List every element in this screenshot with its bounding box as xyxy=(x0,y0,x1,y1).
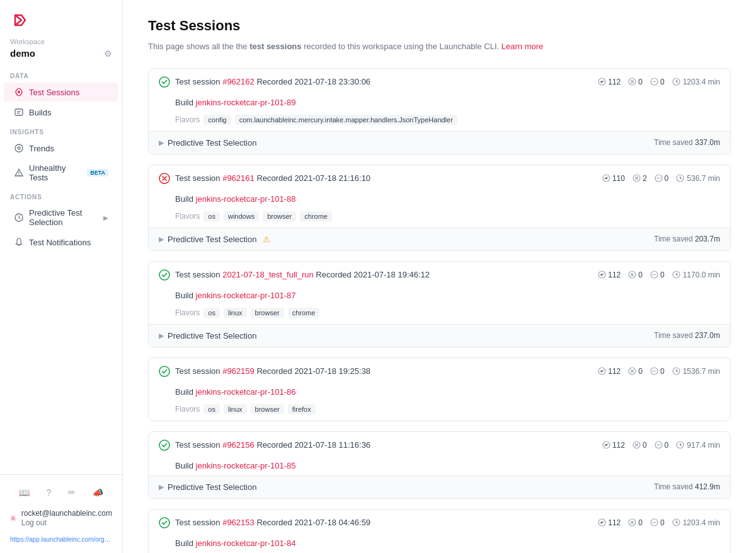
session-card: Test session #962161 Recorded 2021-07-18… xyxy=(148,165,731,251)
page-description: This page shows all the the test session… xyxy=(148,40,731,53)
learn-more-link[interactable]: Learn more xyxy=(501,42,543,51)
sessions-list: Test session #962162 Recorded 2021-07-18… xyxy=(148,68,731,554)
flavor-tag: chrome xyxy=(288,308,320,318)
session-right: 110 2 0 536.7 min xyxy=(602,174,720,183)
circle-check-icon xyxy=(602,174,610,182)
svg-point-8 xyxy=(18,175,19,175)
session-left: Test session #962161 Recorded 2021-07-18… xyxy=(159,173,602,184)
skipped-count: 0 xyxy=(665,174,669,183)
skipped-stat: 0 xyxy=(655,441,669,450)
predictive-label: Predictive Test Selection xyxy=(168,138,256,148)
help-icon-button[interactable]: ? xyxy=(44,485,54,500)
failed-count: 0 xyxy=(638,78,643,86)
total-count: 112 xyxy=(612,441,625,450)
session-text: Test session #962153 Recorded 2021-07-18… xyxy=(175,518,370,527)
build-link[interactable]: jenkins-rocketcar-pr-101-88 xyxy=(196,194,296,204)
session-id-link[interactable]: #962156 xyxy=(222,440,255,450)
predictive-test-selection-row[interactable]: ▶ Predictive Test Selection Time saved 4… xyxy=(149,475,730,498)
workspace-name-text: demo xyxy=(10,48,35,59)
circle-check-icon xyxy=(598,518,606,527)
edit-icon-button[interactable]: ✏ xyxy=(66,485,78,500)
time-saved: Time saved 237.0m xyxy=(654,331,720,340)
predictive-test-selection-row[interactable]: ▶ Predictive Test Selection Time saved 2… xyxy=(149,324,730,347)
svg-point-6 xyxy=(18,147,20,149)
build-link[interactable]: jenkins-rocketcar-pr-101-85 xyxy=(196,461,296,470)
session-id-link[interactable]: #962161 xyxy=(222,173,255,183)
time-stat: 1203.4 min xyxy=(672,78,720,86)
build-link[interactable]: jenkins-rocketcar-pr-101-89 xyxy=(196,98,296,107)
circle-check-icon xyxy=(598,367,606,375)
recorded-text: Recorded 2021-07-18 19:25:38 xyxy=(256,366,370,376)
failed-stat: 0 xyxy=(633,441,647,450)
session-header: Test session #962159 Recorded 2021-07-18… xyxy=(149,358,730,385)
flavor-tag: linux xyxy=(224,404,247,414)
session-id-link[interactable]: #962153 xyxy=(222,518,255,527)
circle-minus-icon xyxy=(650,367,658,375)
predictive-test-selection-row[interactable]: ▶ Predictive Test Selection ⚠ Time saved… xyxy=(149,228,730,250)
flavor-tag: browser xyxy=(263,211,296,221)
circle-check-icon xyxy=(598,78,606,86)
beta-badge: BETA xyxy=(87,169,108,177)
success-icon xyxy=(159,517,170,528)
session-right: 112 0 0 1203.4 min xyxy=(598,78,720,86)
session-id-link[interactable]: #962159 xyxy=(222,366,255,376)
data-section-label: DATA xyxy=(0,66,122,82)
sidebar-item-predictive-test-selection[interactable]: Predictive Test Selection ▶ xyxy=(4,204,118,231)
build-link[interactable]: jenkins-rocketcar-pr-101-86 xyxy=(196,387,296,397)
sidebar-item-unhealthy-tests[interactable]: Unhealthy Tests BETA xyxy=(4,159,118,187)
session-build-row: Build jenkins-rocketcar-pr-101-84 xyxy=(149,536,730,553)
time-saved-label: Time saved xyxy=(654,331,695,340)
time-stat: 917.4 min xyxy=(676,441,720,450)
app-logo xyxy=(10,10,30,30)
sidebar-item-builds[interactable]: Builds xyxy=(4,103,118,122)
time-saved-label: Time saved xyxy=(654,138,695,147)
session-id-link[interactable]: #962162 xyxy=(222,77,255,86)
svg-rect-10 xyxy=(10,515,16,521)
total-stat: 112 xyxy=(598,367,621,376)
session-left: Test session 2021-07-18_test_full_run Re… xyxy=(159,269,598,281)
warning-icon: ⚠ xyxy=(263,235,270,244)
megaphone-icon-button[interactable]: 📣 xyxy=(90,485,106,500)
sidebar-item-test-notifications[interactable]: Test Notifications xyxy=(4,233,118,252)
build-link[interactable]: jenkins-rocketcar-pr-101-84 xyxy=(196,538,296,548)
flavors-row: Flavors oswindowsbrowserchrome xyxy=(149,209,730,228)
builds-icon xyxy=(14,107,24,117)
failed-stat: 0 xyxy=(628,367,643,376)
predictive-test-selection-row[interactable]: ▶ Predictive Test Selection Time saved 3… xyxy=(149,131,730,154)
session-build-row: Build jenkins-rocketcar-pr-101-85 xyxy=(149,458,730,475)
flavors-label: Flavors xyxy=(175,212,200,221)
session-card: Test session 2021-07-18_test_full_run Re… xyxy=(148,261,731,347)
total-stat: 112 xyxy=(598,518,621,527)
sidebar-item-trends[interactable]: Trends xyxy=(4,139,118,158)
logout-link[interactable]: Log out xyxy=(21,518,47,527)
insights-section-label: INSIGHTS xyxy=(0,122,122,138)
settings-button[interactable]: ⚙ xyxy=(104,49,112,59)
page-title: Test Sessions xyxy=(148,18,731,34)
total-stat: 112 xyxy=(598,271,621,279)
clock-icon xyxy=(14,212,24,223)
session-text: Test session #962156 Recorded 2021-07-18… xyxy=(175,440,370,450)
session-left: Test session #962153 Recorded 2021-07-18… xyxy=(159,517,598,528)
circle-x-icon xyxy=(628,78,636,86)
session-header: Test session #962162 Recorded 2021-07-18… xyxy=(149,69,730,95)
book-icon-button[interactable]: 📖 xyxy=(16,485,32,500)
session-id-link[interactable]: 2021-07-18_test_full_run xyxy=(222,270,314,279)
predictive-left: ▶ Predictive Test Selection ⚠ xyxy=(159,235,270,244)
sidebar-item-test-sessions[interactable]: Test Sessions xyxy=(4,83,118,102)
session-text: Test session #962162 Recorded 2021-07-18… xyxy=(175,77,370,86)
clock-stat-icon xyxy=(672,367,680,375)
time-saved-value: 237.0m xyxy=(695,331,720,340)
unhealthy-icon xyxy=(14,168,24,178)
session-build-row: Build jenkins-rocketcar-pr-101-86 xyxy=(149,385,730,402)
svg-point-1 xyxy=(18,91,20,93)
skipped-stat: 0 xyxy=(650,518,665,527)
user-section: rocket@launchableinc.com Log out xyxy=(0,504,122,533)
session-header: Test session 2021-07-18_test_full_run Re… xyxy=(149,262,730,288)
session-text: Test session #962161 Recorded 2021-07-18… xyxy=(175,173,370,183)
failed-count: 0 xyxy=(638,367,643,376)
flavors-label: Flavors xyxy=(175,115,200,124)
trends-icon xyxy=(14,143,24,153)
build-link[interactable]: jenkins-rocketcar-pr-101-87 xyxy=(196,291,296,300)
bell-icon xyxy=(14,237,24,247)
recorded-text: Recorded 2021-07-18 04:46:59 xyxy=(256,518,370,527)
